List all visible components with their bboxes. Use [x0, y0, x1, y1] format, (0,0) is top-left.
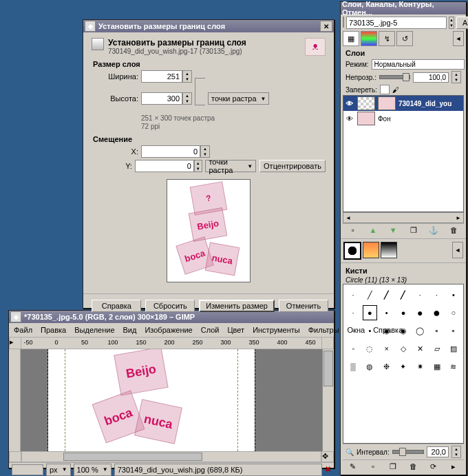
brush-item[interactable]: •	[447, 287, 460, 302]
dialog-titlebar[interactable]: ◆ Установить размеры границ слоя ✕	[83, 20, 334, 32]
quickmask-toggle[interactable]	[9, 451, 21, 462]
offset-unit-selector[interactable]: точки растра▼	[205, 160, 256, 172]
duplicate-layer-icon[interactable]: ❐	[408, 225, 419, 236]
brush-menu-icon[interactable]: ▸	[448, 461, 459, 472]
brush-item[interactable]: •	[380, 305, 394, 320]
width-spin[interactable]: ▲▼	[182, 70, 192, 83]
refresh-brush-icon[interactable]: ⟳	[428, 461, 439, 472]
tab-menu-arrow[interactable]: ◄	[453, 31, 464, 46]
menu-layer[interactable]: Слой	[198, 324, 223, 335]
layers-scrollbar[interactable]: ◄►	[343, 212, 464, 223]
tab-paths-icon[interactable]: ↯	[379, 31, 395, 46]
tab-channels-icon[interactable]	[361, 31, 377, 46]
brush-item[interactable]: ●	[363, 305, 376, 320]
scrollbar-horizontal[interactable]	[21, 451, 321, 462]
zoom-selector[interactable]: 100 %▼	[74, 464, 111, 476]
anchor-layer-icon[interactable]: ⚓	[428, 225, 439, 236]
help-button[interactable]: Справка	[92, 300, 141, 312]
interval-spin[interactable]: ▲▼	[451, 446, 461, 458]
brush-item[interactable]: ∘	[429, 323, 443, 338]
duplicate-brush-icon[interactable]: ❐	[387, 461, 398, 472]
brush-item[interactable]: ◯	[413, 323, 427, 338]
menu-view[interactable]: Вид	[120, 324, 140, 335]
opacity-field[interactable]	[413, 72, 449, 83]
tab-menu-arrow[interactable]: ◄	[452, 242, 463, 258]
brush-item[interactable]: ◦	[346, 341, 360, 356]
opacity-slider[interactable]	[379, 75, 411, 79]
chain-link-icon[interactable]	[195, 78, 205, 105]
resize-button[interactable]: Изменить размер	[199, 300, 275, 312]
offset-y-spin[interactable]: ▲▼	[194, 160, 202, 172]
brush-item[interactable]: ▱	[429, 341, 443, 356]
size-unit-selector[interactable]: точки растра▼	[208, 92, 269, 105]
layer-name[interactable]: Фон	[378, 115, 391, 123]
scrollbar-vertical[interactable]	[322, 349, 334, 451]
brush-item[interactable]: ◍	[363, 359, 376, 374]
brush-item[interactable]: ╱	[396, 287, 410, 302]
brush-item[interactable]: ✷	[413, 359, 427, 374]
zoom-in-icon[interactable]: 🔍	[345, 448, 354, 456]
brush-item[interactable]: ∘	[447, 323, 460, 338]
menu-help[interactable]: Справка	[370, 324, 406, 335]
menu-windows[interactable]: Окна	[344, 324, 369, 335]
interval-field[interactable]	[427, 446, 449, 457]
menu-color[interactable]: Цвет	[224, 324, 248, 335]
brush-item[interactable]: ◇	[396, 341, 410, 356]
brush-item[interactable]: ✕	[413, 341, 427, 356]
image-spin[interactable]: ▲▼	[449, 17, 454, 29]
new-layer-icon[interactable]: ▫	[348, 225, 359, 236]
offset-y-field[interactable]	[135, 160, 194, 172]
brush-item[interactable]: ▨	[447, 341, 460, 356]
tab-gradients-icon[interactable]	[381, 242, 397, 258]
eye-icon[interactable]: 👁	[345, 99, 354, 108]
brush-item[interactable]: ·	[346, 287, 360, 302]
delete-layer-icon[interactable]: 🗑	[448, 225, 459, 236]
brushes-grid[interactable]: · ╱ ╱ ╱ · · • · ● • ● ● ● ○ · • ◉ ◉	[343, 284, 464, 444]
layer-name[interactable]: 730149_did_you	[398, 100, 451, 107]
width-field[interactable]	[141, 70, 182, 83]
auto-button[interactable]: Авто	[456, 17, 468, 29]
active-image-selector[interactable]	[346, 17, 447, 29]
new-brush-icon[interactable]: ▫	[368, 461, 379, 472]
opacity-spin[interactable]: ▲▼	[451, 71, 461, 83]
brush-item[interactable]: ●	[396, 305, 410, 320]
preview-area[interactable]: ? Beijo boca nuca	[167, 179, 251, 282]
brush-item[interactable]: ○	[447, 305, 460, 320]
height-spin[interactable]: ▲▼	[182, 92, 192, 105]
edit-brush-icon[interactable]: ✎	[348, 461, 359, 472]
close-icon[interactable]: ✕	[320, 21, 332, 32]
brush-item[interactable]: ·	[346, 305, 360, 320]
layers-list[interactable]: 👁 730149_did_you 👁 Фон	[343, 95, 464, 212]
brush-item[interactable]: ╱	[380, 287, 394, 302]
tab-patterns-icon[interactable]	[363, 242, 379, 258]
layer-row[interactable]: 👁 Фон	[343, 111, 463, 126]
brush-item[interactable]: ▦	[429, 359, 443, 374]
canvas[interactable]: Beijo boca nuca	[21, 349, 322, 451]
menu-tools[interactable]: Инструменты	[249, 324, 304, 335]
eye-icon[interactable]: 👁	[345, 114, 354, 123]
brush-item[interactable]: ●	[429, 305, 443, 320]
raise-layer-icon[interactable]: ▲	[368, 225, 379, 236]
brush-item[interactable]: ·	[429, 287, 443, 302]
unit-selector[interactable]: px▼	[46, 464, 71, 476]
delete-brush-icon[interactable]: 🗑	[408, 461, 419, 472]
menu-edit[interactable]: Правка	[37, 324, 70, 335]
dock-titlebar[interactable]: Слои, Каналы, Контуры, Отмен...	[341, 2, 466, 14]
menu-filters[interactable]: Фильтры	[305, 324, 343, 335]
brush-item[interactable]: ▒	[346, 359, 360, 374]
brush-item[interactable]: ◌	[363, 341, 376, 356]
nav-icon[interactable]: ✥	[321, 451, 334, 462]
brush-item[interactable]: ●	[413, 305, 427, 320]
brush-item[interactable]: ×	[380, 341, 394, 356]
brush-item[interactable]: ❉	[380, 359, 394, 374]
tab-layers-icon[interactable]: ▦	[343, 31, 359, 46]
lower-layer-icon[interactable]: ▼	[387, 225, 398, 236]
tab-undo-icon[interactable]: ↺	[396, 31, 413, 46]
brush-item[interactable]: ╱	[363, 287, 376, 302]
menu-image[interactable]: Изображение	[141, 324, 195, 335]
brush-item[interactable]: ·	[413, 287, 427, 302]
ruler-horizontal[interactable]: -50050100150200250300350400450	[21, 337, 321, 349]
height-field[interactable]	[141, 92, 182, 105]
lock-checkbox[interactable]	[380, 85, 390, 94]
cancel-button[interactable]: Отменить	[279, 300, 328, 312]
